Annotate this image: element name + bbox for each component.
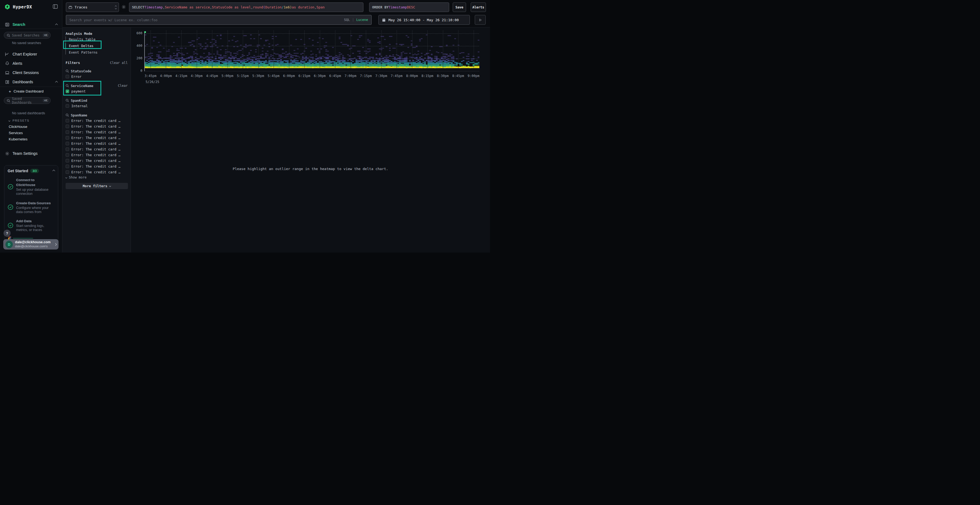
x-tick-label: 6:30pm — [311, 74, 329, 78]
lang-lucene[interactable]: Lucene — [356, 18, 368, 22]
run-query-button[interactable] — [475, 15, 486, 25]
code-token: Span — [316, 5, 325, 9]
saved-dashboards-input[interactable]: Saved Dashboards ⌘K — [4, 97, 51, 104]
duration-heatmap[interactable] — [145, 30, 479, 71]
filter-option[interactable]: Error: The credit card … — [65, 118, 128, 124]
clear-all-button[interactable]: Clear all — [110, 61, 128, 65]
source-select[interactable]: Traces — [66, 2, 119, 12]
time-range-picker[interactable]: May 26 15:40:00 - May 26 21:10:00 — [379, 15, 470, 25]
code-token: / — [282, 5, 284, 9]
y-axis-line — [144, 32, 145, 71]
v-gridline — [166, 30, 166, 64]
chevron-down-icon — [109, 185, 111, 187]
get-started-item-title: Add Data — [16, 219, 32, 223]
presets-toggle[interactable]: PRESETS — [9, 119, 29, 122]
no-saved-searches-text: No saved searches — [12, 41, 41, 45]
get-started-title: Get Started — [8, 169, 28, 173]
checkbox-unchecked[interactable] — [65, 170, 69, 174]
checkbox-unchecked[interactable] — [65, 159, 69, 162]
filter-option[interactable]: Error: The credit card … — [65, 141, 128, 146]
filter-option[interactable]: Error: The credit card … — [65, 158, 128, 164]
filter-option[interactable]: Internal — [65, 103, 128, 109]
bell-icon — [5, 61, 10, 66]
filter-option[interactable]: Error: The credit card … — [65, 169, 128, 175]
v-gridline — [474, 30, 474, 64]
search-icon — [65, 99, 69, 102]
hyperdx-logo-icon — [4, 4, 10, 10]
laptop-icon — [5, 70, 10, 75]
h-gridline — [144, 33, 479, 34]
filter-option[interactable]: Error: The credit card … — [65, 152, 128, 158]
checkbox-unchecked[interactable] — [65, 119, 69, 122]
v-gridline — [274, 30, 274, 64]
show-more-button[interactable]: Show more — [65, 176, 87, 179]
order-by-editor[interactable]: ORDER BY Timestamp DESC — [369, 2, 449, 12]
filter-option[interactable]: Error — [65, 74, 128, 79]
alerts-button[interactable]: Alerts — [471, 2, 486, 12]
calendar-icon — [382, 18, 386, 22]
filter-option-label: Error — [71, 75, 82, 79]
query-language-toggle[interactable]: SQL | Lucene — [344, 18, 371, 22]
get-started-item[interactable]: Create Data SourcesConfigure where your … — [8, 200, 55, 214]
filter-option[interactable]: Error: The credit card … — [65, 124, 128, 129]
v-gridline — [458, 30, 458, 64]
checkbox-unchecked[interactable] — [65, 104, 69, 108]
chevron-up-icon[interactable] — [55, 24, 58, 26]
get-started-item[interactable]: Connect to ClickHouseSet up your databas… — [8, 178, 55, 196]
help-label: ? — [6, 231, 8, 235]
preset-services[interactable]: Services — [9, 131, 23, 135]
more-filters-button[interactable]: More filters — [65, 183, 128, 189]
app-title: HyperDX — [13, 4, 32, 10]
v-gridline — [381, 30, 382, 64]
filter-group-title: SpanKind — [71, 98, 128, 103]
search-bar: SQL | Lucene — [66, 15, 372, 25]
checkbox-unchecked[interactable] — [65, 136, 69, 140]
preset-clickhouse[interactable]: ClickHouse — [9, 125, 27, 129]
search-input[interactable] — [66, 18, 344, 22]
saved-searches-input[interactable]: Saved Searches ⌘K — [4, 32, 51, 39]
x-tick-label: 5:45pm — [265, 74, 282, 78]
source-settings-gear-icon[interactable] — [121, 5, 126, 9]
checkbox-unchecked[interactable] — [65, 142, 69, 145]
chevron-up-icon[interactable] — [55, 81, 58, 84]
clear-filter-button[interactable]: Clear — [118, 84, 128, 87]
collapse-sidebar-icon[interactable] — [53, 4, 58, 9]
checkbox-unchecked[interactable] — [65, 130, 69, 134]
sidebar-item-label: Team Settings — [13, 151, 38, 156]
filter-option-label: Internal — [71, 104, 88, 108]
checkbox-unchecked[interactable] — [65, 75, 69, 78]
sidebar-item-client-sessions[interactable]: Client Sessions — [0, 69, 62, 76]
filter-option[interactable]: Error: The credit card … — [65, 135, 128, 141]
create-dashboard-button[interactable]: + Create Dashboard — [9, 89, 43, 94]
mode-event-patterns[interactable]: Event Patterns — [69, 49, 118, 55]
checkbox-unchecked[interactable] — [65, 165, 69, 168]
user-menu[interactable]: D dale@clickhouse.com dale@clickhouse.co… — [3, 239, 59, 249]
v-gridline — [228, 30, 228, 64]
filter-option[interactable]: Error: The credit card … — [65, 146, 128, 152]
check-circle-icon — [8, 222, 13, 228]
sidebar-item-chart-explorer[interactable]: Chart Explorer — [0, 50, 62, 58]
v-gridline — [258, 30, 259, 64]
sidebar-item-team-settings[interactable]: Team Settings — [0, 150, 62, 157]
get-started-item[interactable]: Add DataStart sending logs, metrics, or … — [8, 219, 55, 232]
kbd-shortcut: ⌘K — [43, 33, 49, 37]
code-token: SELECT — [132, 5, 144, 9]
app-logo[interactable]: HyperDX — [4, 4, 32, 10]
filter-option[interactable]: Error: The credit card … — [65, 164, 128, 169]
search-icon — [65, 69, 69, 73]
sidebar-item-alerts[interactable]: Alerts — [0, 60, 62, 67]
checkbox-unchecked[interactable] — [65, 125, 69, 128]
filter-option-label: Error: The credit card … — [71, 136, 121, 140]
preset-kubernetes[interactable]: Kubernetes — [9, 137, 27, 141]
sidebar-item-dashboards[interactable]: Dashboards — [0, 78, 62, 86]
filter-option[interactable]: Error: The credit card … — [65, 129, 128, 135]
help-button[interactable]: ? — [3, 230, 11, 237]
checkbox-unchecked[interactable] — [65, 153, 69, 157]
save-button[interactable]: Save — [453, 2, 466, 12]
lang-sql[interactable]: SQL — [344, 18, 350, 22]
sidebar-item-search[interactable]: Search — [0, 21, 62, 28]
checkbox-unchecked[interactable] — [65, 148, 69, 151]
chevron-up-icon[interactable] — [52, 170, 55, 172]
sql-select-editor[interactable]: SELECT Timestamp, ServiceName as service… — [129, 2, 363, 12]
search-icon — [65, 113, 69, 117]
